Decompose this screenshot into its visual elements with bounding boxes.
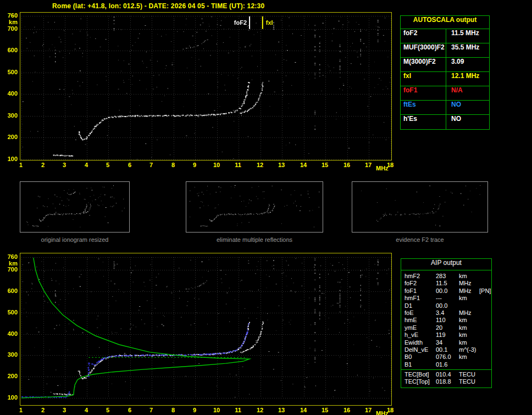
x-axis-tick: 3 bbox=[58, 407, 71, 413]
bottom-ionogram-panel bbox=[20, 253, 392, 406]
top-ionogram-panel bbox=[20, 12, 392, 161]
aip-row: D100.0 bbox=[404, 302, 491, 309]
x-axis-unit-label: MHz bbox=[376, 165, 389, 171]
aip-param-note bbox=[479, 302, 491, 309]
x-axis-tick: 14 bbox=[297, 162, 310, 168]
aip-param-unit: km bbox=[459, 324, 479, 331]
x-axis-tick: 11 bbox=[231, 162, 245, 168]
aip-param-unit: km bbox=[459, 339, 479, 346]
aip-tec-rows: TEC[Bot]010.4TECUTEC[Top]018.8TECU bbox=[401, 369, 491, 388]
aip-param-value: 00.0 bbox=[436, 302, 459, 309]
x-axis-tick: 8 bbox=[167, 407, 180, 413]
autoscala-param-value: 12.1 MHz bbox=[446, 72, 489, 86]
aip-param-value: 11.5 bbox=[436, 280, 459, 287]
autoscala-param-label: foF1 bbox=[401, 86, 446, 100]
y-axis-tick: 600 bbox=[1, 287, 18, 294]
x-axis-tick: 13 bbox=[275, 162, 288, 168]
autoscala-output-table: AUTOSCALA output foF211.5 MHzMUF(3000)F2… bbox=[400, 15, 490, 130]
autoscala-row: fxI12.1 MHz bbox=[401, 72, 489, 86]
x-axis-tick: 3 bbox=[58, 162, 71, 168]
aip-row: foF100.0MHz[PN] bbox=[404, 287, 491, 295]
aip-param-value: 018.8 bbox=[436, 378, 459, 385]
aip-row: B0076.0km bbox=[404, 353, 491, 361]
autoscala-row: h'EsNO bbox=[401, 115, 489, 129]
x-axis-tick: 7 bbox=[145, 162, 158, 168]
x-axis-tick: 12 bbox=[253, 162, 267, 168]
thumbnail-caption-f2-evidence: evidence F2 trace bbox=[352, 236, 488, 243]
aip-param-note bbox=[479, 331, 491, 339]
aip-param-unit: km bbox=[459, 331, 479, 339]
y-axis-tick: 300 bbox=[1, 351, 18, 358]
aip-param-note bbox=[479, 361, 491, 368]
x-axis-tick: 15 bbox=[318, 407, 331, 413]
aip-param-value: 119 bbox=[436, 331, 459, 339]
y-axis-tick: 400 bbox=[1, 90, 18, 97]
aip-param-note bbox=[479, 317, 491, 324]
aip-param-note bbox=[479, 346, 491, 353]
autoscala-param-value: NO bbox=[446, 101, 489, 114]
aip-param-note bbox=[479, 324, 491, 331]
x-axis-tick: 1 bbox=[14, 407, 27, 413]
autoscala-param-value: 11.5 MHz bbox=[446, 29, 489, 43]
aip-param-note bbox=[479, 309, 491, 317]
aip-param-value: 076.0 bbox=[436, 353, 459, 361]
y-axis-tick: 200 bbox=[1, 134, 18, 140]
x-axis-tick: 6 bbox=[123, 162, 136, 168]
x-axis-tick: 8 bbox=[167, 162, 180, 168]
aip-param-label: foF2 bbox=[404, 280, 436, 287]
aip-param-unit bbox=[459, 361, 479, 368]
x-axis-tick: 14 bbox=[297, 407, 310, 413]
x-axis-tick: 10 bbox=[210, 162, 223, 168]
y-axis-tick: 500 bbox=[1, 69, 18, 75]
autoscala-param-label: foF2 bbox=[401, 29, 446, 43]
aip-param-label: TEC[Bot] bbox=[404, 371, 436, 378]
autoscala-table-header: AUTOSCALA output bbox=[401, 16, 489, 29]
aip-row: ymE20km bbox=[404, 324, 491, 331]
bottom-ionogram-canvas bbox=[20, 253, 391, 405]
aip-param-value: 34 bbox=[436, 339, 459, 346]
autoscala-param-value: 3.09 bbox=[446, 58, 489, 71]
x-axis-tick: 5 bbox=[101, 162, 114, 168]
aip-param-note: [PN] bbox=[479, 287, 491, 295]
aip-param-label: DelN_vE bbox=[404, 346, 436, 353]
aip-row: Ewidth34km bbox=[404, 339, 491, 346]
thumbnail-f2-evidence bbox=[352, 181, 488, 233]
y-axis-tick: 300 bbox=[1, 112, 18, 119]
aip-param-label: Ewidth bbox=[404, 339, 436, 346]
aip-param-value: 110 bbox=[436, 317, 459, 324]
aip-param-note bbox=[479, 353, 491, 361]
autoscala-param-label: fxI bbox=[401, 72, 446, 86]
aip-param-label: hmF1 bbox=[404, 295, 436, 302]
autoscala-param-value: NO bbox=[446, 115, 489, 129]
x-axis-tick: 4 bbox=[80, 162, 93, 168]
autoscala-param-value: N/A bbox=[446, 86, 489, 100]
y-axis-tick: 500 bbox=[1, 309, 18, 316]
aip-param-value: 01.6 bbox=[436, 361, 459, 368]
thumbnail-caption-no-multiples: eliminate multiple reflections bbox=[186, 236, 323, 243]
autoscala-param-label: ftEs bbox=[401, 101, 446, 114]
y-axis-tick: 760 bbox=[1, 253, 18, 260]
aip-param-note bbox=[479, 280, 491, 287]
aip-row: TEC[Top]018.8TECU bbox=[404, 378, 491, 385]
aip-param-unit: MHz bbox=[459, 280, 479, 287]
aip-param-value: 20 bbox=[436, 324, 459, 331]
y-axis-unit-label: km bbox=[1, 260, 18, 267]
aip-param-label: ymE bbox=[404, 324, 436, 331]
x-axis-tick: 16 bbox=[340, 162, 353, 168]
aip-param-unit: km bbox=[459, 317, 479, 324]
y-axis-tick: 400 bbox=[1, 330, 18, 337]
aip-param-value: 010.4 bbox=[436, 371, 459, 378]
aip-param-label: h_vE bbox=[404, 331, 436, 339]
x-axis-tick: 17 bbox=[362, 407, 375, 413]
x-axis-tick: 16 bbox=[340, 407, 353, 413]
aip-param-value: 283 bbox=[436, 273, 459, 280]
aip-row: hmE110km bbox=[404, 317, 491, 324]
aip-row: hmF2283km bbox=[404, 273, 491, 280]
x-axis-tick: 7 bbox=[145, 407, 158, 413]
top-ionogram-canvas bbox=[20, 13, 391, 160]
y-axis-tick: 600 bbox=[1, 47, 18, 53]
aip-param-label: hmF2 bbox=[404, 273, 436, 280]
x-axis-tick: 11 bbox=[231, 407, 245, 413]
x-axis-tick: 1 bbox=[14, 162, 27, 168]
aip-param-label: D1 bbox=[404, 302, 436, 309]
